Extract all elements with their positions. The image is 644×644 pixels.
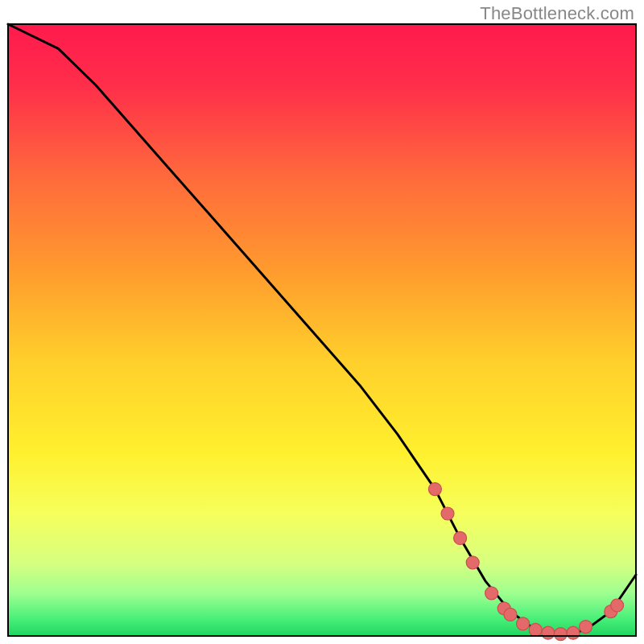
data-marker [529, 623, 542, 636]
data-marker [580, 621, 592, 634]
data-marker [517, 617, 530, 630]
data-marker [428, 483, 441, 496]
data-marker [611, 599, 624, 612]
data-marker [567, 626, 580, 639]
bottleneck-chart [0, 0, 644, 644]
plot-area [8, 24, 636, 641]
data-marker [454, 531, 467, 544]
data-marker [554, 628, 567, 641]
attribution-label: TheBottleneck.com [480, 3, 634, 24]
data-marker [441, 507, 454, 520]
gradient-background [8, 24, 636, 636]
data-marker [466, 556, 479, 569]
data-marker [542, 626, 555, 639]
chart-container: TheBottleneck.com [0, 0, 644, 644]
data-marker [485, 587, 498, 600]
data-marker [504, 608, 517, 621]
